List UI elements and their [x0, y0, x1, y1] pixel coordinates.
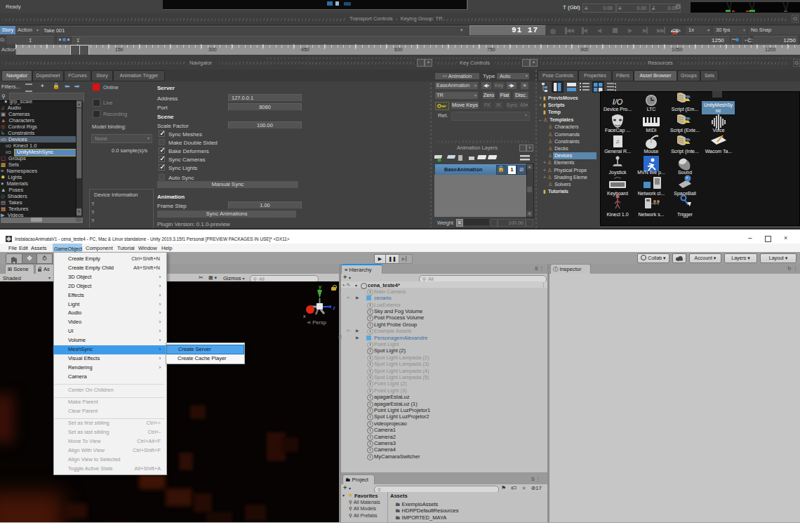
svg-text:y: y	[319, 284, 321, 290]
svg-text:♫: ♫	[615, 138, 620, 145]
svg-text:I/O: I/O	[613, 98, 623, 106]
svg-text:z: z	[333, 305, 335, 311]
svg-text:x: x	[303, 314, 306, 319]
